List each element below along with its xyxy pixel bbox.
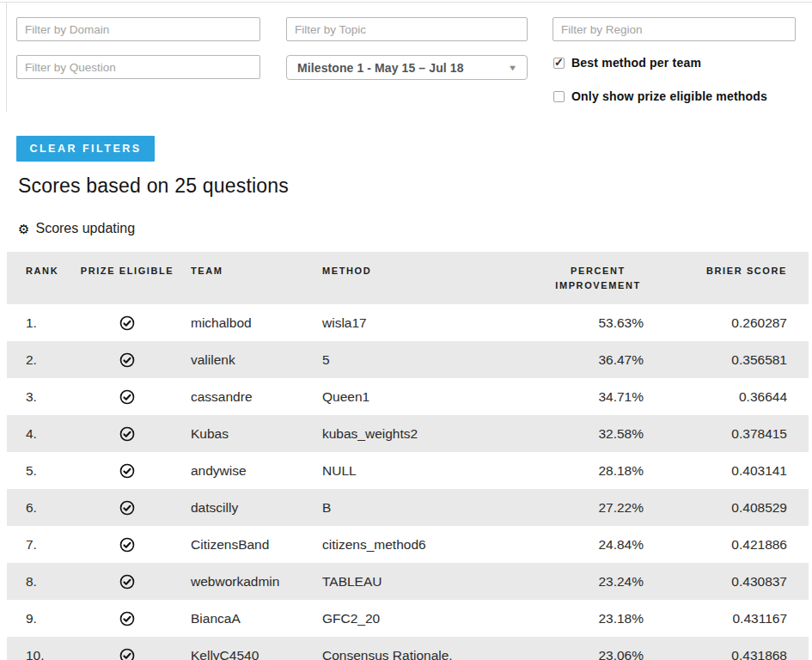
page-title: Scores based on 25 questions: [18, 174, 289, 198]
header-brier-score: BRIER SCORE: [667, 252, 809, 304]
percent-improvement-cell: 36.47%: [529, 341, 667, 378]
percent-improvement-cell: 53.63%: [529, 304, 667, 341]
milestone-select-value: Milestone 1 - May 15 – Jul 18: [297, 61, 509, 75]
check-circle-icon: [80, 389, 174, 405]
percent-improvement-cell: 24.84%: [529, 526, 667, 563]
check-circle-icon: [80, 315, 174, 331]
rank-cell: 9.: [7, 600, 80, 637]
prize-eligible-cell: [80, 415, 174, 452]
check-circle-icon: [80, 352, 174, 368]
prize-eligible-cell: [80, 526, 174, 563]
check-circle-icon: [80, 574, 174, 590]
table-row: 2. valilenk 5 36.47% 0.356581: [7, 341, 809, 378]
check-circle-icon: [80, 426, 174, 442]
team-cell: michalbod: [174, 304, 306, 341]
best-method-checkbox-row[interactable]: Best method per team: [553, 56, 701, 70]
prize-eligible-cell: [80, 489, 174, 526]
table-row: 6. datscilly B 27.22% 0.408529: [7, 489, 809, 526]
table-row: 8. webworkadmin TABLEAU 23.24% 0.430837: [7, 563, 809, 600]
team-cell: webworkadmin: [174, 563, 306, 600]
method-cell: NULL: [306, 452, 529, 489]
check-circle-icon: [80, 500, 174, 516]
best-method-label: Best method per team: [571, 56, 701, 70]
percent-improvement-cell: 23.18%: [529, 600, 667, 637]
table-row: 4. Kubas kubas_weights2 32.58% 0.378415: [7, 415, 809, 452]
filter-domain-input[interactable]: [16, 17, 260, 41]
method-cell: kubas_weights2: [306, 415, 529, 452]
header-team: TEAM: [174, 252, 306, 304]
best-method-checkbox[interactable]: [553, 58, 565, 69]
team-cell: valilenk: [174, 341, 306, 378]
method-cell: B: [306, 489, 529, 526]
brier-score-cell: 0.431167: [667, 600, 809, 637]
prize-eligible-cell: [80, 341, 174, 378]
brier-score-cell: 0.356581: [667, 341, 809, 378]
rank-cell: 4.: [7, 415, 80, 452]
check-circle-icon: [80, 463, 174, 479]
method-cell: citizens_method6: [306, 526, 529, 563]
header-percent-improvement: PERCENT IMPROVEMENT: [529, 252, 667, 304]
table-row: 7. CitizensBand citizens_method6 24.84% …: [7, 526, 809, 563]
table-row: 1. michalbod wisla17 53.63% 0.260287: [7, 304, 809, 341]
prize-eligible-cell: [80, 452, 174, 489]
team-cell: andywise: [174, 452, 306, 489]
chevron-down-icon: ▼: [508, 64, 518, 72]
brier-score-cell: 0.403141: [667, 452, 809, 489]
check-circle-icon: [80, 648, 174, 660]
status-line: ⚙ Scores updating: [18, 221, 135, 236]
leaderboard-body: 1. michalbod wisla17 53.63% 0.260287 2. …: [7, 304, 809, 660]
prize-only-checkbox[interactable]: [553, 91, 565, 102]
panel-left-border: [6, 2, 7, 112]
team-cell: CitizensBand: [174, 526, 306, 563]
rank-cell: 8.: [7, 563, 80, 600]
rank-cell: 3.: [7, 378, 80, 415]
rank-cell: 1.: [7, 304, 80, 341]
percent-improvement-cell: 32.58%: [529, 415, 667, 452]
team-cell: Kubas: [174, 415, 306, 452]
status-text: Scores updating: [35, 221, 135, 236]
prize-eligible-cell: [80, 563, 174, 600]
header-prize-eligible: PRIZE ELIGIBLE: [80, 252, 174, 304]
percent-improvement-cell: 27.22%: [529, 489, 667, 526]
panel-top-border: [0, 2, 812, 3]
filter-region-input[interactable]: [553, 17, 796, 41]
check-circle-icon: [80, 537, 174, 553]
method-cell: Consensus Rationale.: [306, 637, 529, 660]
rank-cell: 6.: [7, 489, 80, 526]
prize-only-label: Only show prize eligible methods: [571, 89, 767, 103]
header-rank: RANK: [7, 252, 80, 304]
brier-score-cell: 0.430837: [667, 563, 809, 600]
team-cell: BiancaA: [174, 600, 306, 637]
method-cell: GFC2_20: [306, 600, 529, 637]
clear-filters-button[interactable]: CLEAR FILTERS: [16, 136, 155, 162]
rank-cell: 7.: [7, 526, 80, 563]
brier-score-cell: 0.378415: [667, 415, 809, 452]
prize-eligible-cell: [80, 378, 174, 415]
filter-topic-input[interactable]: [286, 17, 528, 41]
milestone-select[interactable]: Milestone 1 - May 15 – Jul 18 ▼: [286, 55, 528, 80]
method-cell: 5: [306, 341, 529, 378]
rank-cell: 2.: [7, 341, 80, 378]
prize-eligible-cell: [80, 600, 174, 637]
percent-improvement-cell: 34.71%: [529, 378, 667, 415]
percent-improvement-cell: 23.06%: [529, 637, 667, 660]
header-method: METHOD: [306, 252, 529, 304]
team-cell: KellyC4540: [174, 637, 306, 660]
prize-eligible-cell: [80, 637, 174, 660]
brier-score-cell: 0.36644: [667, 378, 809, 415]
team-cell: datscilly: [174, 489, 306, 526]
brier-score-cell: 0.408529: [667, 489, 809, 526]
team-cell: cassandre: [174, 378, 306, 415]
gear-icon: ⚙: [18, 223, 29, 235]
brier-score-cell: 0.260287: [667, 304, 809, 341]
prize-only-checkbox-row[interactable]: Only show prize eligible methods: [553, 89, 767, 103]
method-cell: wisla17: [306, 304, 529, 341]
method-cell: TABLEAU: [306, 563, 529, 600]
filter-question-input[interactable]: [16, 55, 260, 79]
table-row: 5. andywise NULL 28.18% 0.403141: [7, 452, 809, 489]
table-row: 9. BiancaA GFC2_20 23.18% 0.431167: [7, 600, 809, 637]
rank-cell: 5.: [7, 452, 80, 489]
rank-cell: 10.: [7, 637, 80, 660]
brier-score-cell: 0.431868: [667, 637, 809, 660]
table-row: 3. cassandre Queen1 34.71% 0.36644: [7, 378, 809, 415]
